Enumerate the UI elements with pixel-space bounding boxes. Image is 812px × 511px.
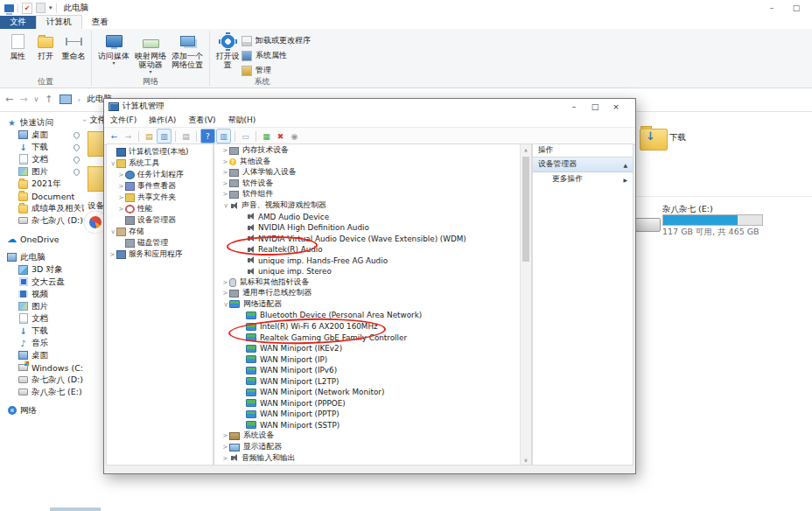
sidebar-item[interactable]: ★快速访问	[0, 116, 84, 129]
forward-icon[interactable]: →	[19, 94, 27, 105]
ribbon-button[interactable]: 添加一个网络位置	[170, 32, 205, 69]
qat-dropdown-icon[interactable]: ▾	[49, 4, 52, 11]
sidebar-item[interactable]: 文档	[0, 153, 84, 165]
more-actions-item[interactable]: 更多操作 ▶	[533, 172, 633, 186]
sidebar-item[interactable]: 网络	[0, 404, 84, 416]
sidebar-item[interactable]: 此电脑	[0, 251, 84, 263]
device-tree-item[interactable]: >通用串行总线控制器	[214, 288, 521, 299]
menu-item[interactable]: 查看(V)	[188, 115, 215, 126]
sidebar-item[interactable]: ☁OneDrive	[0, 233, 84, 245]
console-window-icon[interactable]: ▥	[157, 129, 172, 144]
device-tree-item[interactable]: >鼠标和其他指针设备	[214, 277, 521, 289]
expander-icon[interactable]: >	[221, 290, 229, 297]
actions-group-device-manager[interactable]: 设备管理器 ▲	[533, 158, 633, 172]
drive-icon[interactable]	[635, 218, 661, 232]
ribbon-small-button[interactable]: 卸载或更改程序	[242, 35, 311, 46]
expander-icon[interactable]: >	[221, 147, 229, 154]
device-tree-item[interactable]: >软件设备	[214, 178, 521, 190]
minimize-button[interactable]: –	[564, 99, 584, 114]
console-tree-item[interactable]: 设备管理器	[107, 214, 213, 226]
show-console-tree-icon[interactable]: ▥	[216, 129, 231, 144]
sidebar-item[interactable]: Document	[0, 190, 84, 202]
uninstall-device-icon[interactable]: ✖	[274, 130, 287, 143]
scan-hardware-icon[interactable]: ▦	[260, 130, 273, 143]
device-tree-item[interactable]: >声音、视频和游戏控制器	[214, 200, 521, 212]
expander-icon[interactable]: >	[221, 180, 229, 187]
device-tree-item[interactable]: WAN Miniport (IPv6)	[214, 365, 521, 376]
expander-icon[interactable]: >	[221, 455, 229, 462]
device-tree-item[interactable]: WAN Miniport (Network Monitor)	[214, 387, 521, 398]
sidebar-item[interactable]: 交大云盘	[0, 276, 84, 288]
maximize-button[interactable]: □	[584, 99, 606, 114]
console-tree-item[interactable]: >事件查看器	[107, 180, 213, 192]
menu-item[interactable]: 帮助(H)	[228, 115, 256, 126]
sidebar-item[interactable]: 文档	[0, 312, 84, 325]
sidebar-item[interactable]: 2021年	[0, 178, 84, 190]
expander-icon[interactable]: >	[221, 444, 229, 451]
expander-icon[interactable]: >	[117, 194, 125, 201]
ribbon-small-button[interactable]: 系统属性	[242, 50, 311, 61]
sidebar-item[interactable]: 图片	[0, 165, 84, 178]
mmc-titlebar[interactable]: 计算机管理 –□×	[104, 99, 635, 114]
maximize-button[interactable]: □	[784, 0, 808, 16]
console-tree-item[interactable]: >任务计划程序	[107, 169, 213, 180]
expander-icon[interactable]: >	[108, 251, 116, 258]
console-tree-item[interactable]: 计算机管理(本地)	[107, 146, 213, 158]
ribbon-button[interactable]: 打开设置	[214, 32, 241, 69]
up-icon[interactable]: ↑	[45, 94, 52, 105]
sidebar-item[interactable]: 成绩单及相关证书	[0, 202, 84, 214]
device-tree-item[interactable]: >软件组件	[214, 189, 521, 200]
action-pane-icon[interactable]: ▭	[239, 130, 252, 143]
expander-icon[interactable]: >	[117, 172, 125, 178]
device-tree-item[interactable]: WAN Miniport (SSTP)	[214, 420, 521, 431]
device-tree-item[interactable]: unique imp. Hands-Free AG Audio	[214, 255, 521, 266]
expander-icon[interactable]: >	[221, 279, 229, 286]
menu-item[interactable]: 操作(A)	[149, 115, 176, 126]
expander-icon[interactable]: >	[222, 300, 229, 308]
sidebar-item[interactable]: 3D 对象	[0, 263, 84, 276]
expander-icon[interactable]: >	[221, 432, 229, 439]
device-tree-item[interactable]: NVIDIA High Definition Audio	[214, 222, 521, 234]
tab-file[interactable]: 文件	[0, 16, 36, 29]
sidebar-item[interactable]: ↓下载	[0, 325, 84, 337]
device-tree-item[interactable]: >系统设备	[214, 430, 521, 442]
ribbon-button[interactable]: 属性	[4, 32, 31, 60]
sidebar-item[interactable]: 杂七杂八 (D:)	[0, 374, 84, 386]
export-list-icon[interactable]: ▤	[143, 130, 156, 143]
ribbon-button[interactable]: 映射网络驱动器▾	[133, 32, 168, 74]
device-tree-item[interactable]: >人体学输入设备	[214, 167, 521, 178]
devices-section-header[interactable]: › 设备	[81, 200, 104, 212]
sidebar-item[interactable]: 桌面	[0, 349, 84, 361]
expander-icon[interactable]: >	[117, 206, 125, 213]
close-button[interactable]: ×	[606, 99, 626, 114]
properties-icon[interactable]: ▤	[179, 130, 192, 143]
ribbon-small-button[interactable]: 管理	[242, 65, 311, 76]
sidebar-item[interactable]: ↓下载	[0, 141, 84, 153]
download-folder-label[interactable]: 下载	[669, 132, 686, 144]
device-tree-item[interactable]: WAN Miniport (PPTP)	[214, 409, 521, 420]
console-tree-item[interactable]: >共享文件夹	[107, 192, 213, 203]
sidebar-item[interactable]: 视频	[0, 288, 84, 300]
device-tree-item[interactable]: WAN Miniport (IP)	[214, 354, 521, 365]
expander-icon[interactable]: >	[221, 191, 229, 198]
sidebar-item[interactable]: ♪音乐	[0, 337, 84, 349]
forward-icon[interactable]: →	[122, 130, 135, 143]
properties-shortcut-icon[interactable]: ✔	[22, 3, 32, 14]
device-tree-item[interactable]: Bluetooth Device (Personal Area Network)	[214, 310, 521, 321]
scrollbar[interactable]: ∧ ∨	[520, 144, 531, 465]
device-tree-item[interactable]: >?其他设备	[214, 157, 521, 168]
expander-icon[interactable]: >	[222, 202, 229, 210]
device-tree-item[interactable]: WAN Miniport (PPPOE)	[214, 398, 521, 410]
sidebar-item[interactable]: Windows (C:)	[0, 361, 84, 374]
expander-icon[interactable]: >	[109, 228, 116, 235]
expander-icon[interactable]: >	[117, 183, 125, 190]
ribbon-button[interactable]: 访问媒体▾	[96, 32, 131, 65]
console-tree-item[interactable]: >性能	[107, 203, 213, 214]
folder-shortcut-icon[interactable]	[36, 3, 46, 13]
device-tree-item[interactable]: unique imp. Stereo	[214, 266, 521, 277]
console-tree-item[interactable]: 磁盘管理	[107, 237, 213, 248]
device-tree-item[interactable]: >内存技术设备	[214, 145, 521, 157]
help-icon[interactable]: ?	[200, 129, 215, 144]
scroll-down-icon[interactable]: ∨	[521, 454, 531, 465]
sidebar-item[interactable]: 桌面	[0, 129, 84, 141]
